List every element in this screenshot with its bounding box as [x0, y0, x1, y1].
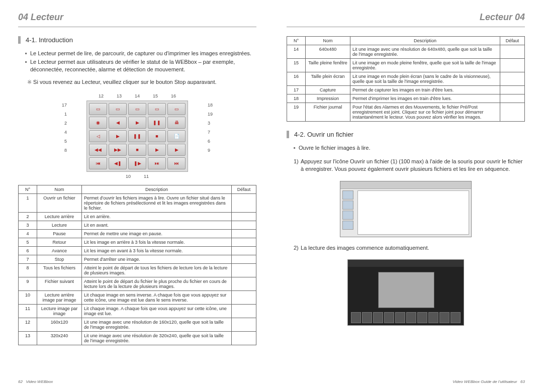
player-button[interactable]: ❚▶ [128, 157, 146, 169]
cell-desc: Lit une image avec une résolution de 160… [82, 318, 232, 332]
callout: 6 [208, 139, 213, 144]
cell-def [500, 86, 525, 94]
cell-desc: Lit en avant. [82, 221, 232, 230]
player-button[interactable]: ▶ [148, 144, 166, 156]
open-bullet: Ouvre le fichier images à lire. [294, 144, 525, 152]
table-row: 19Fichier journalPour l'état des Alarmes… [287, 103, 525, 122]
page-number: 63 [520, 379, 525, 384]
divider [287, 27, 525, 27]
footer-text: Video WEBbox Guide de l'utilisateur [452, 379, 517, 384]
cell-nom: Ouvrir un fichier [37, 194, 82, 213]
player-button[interactable]: ⏭ [167, 157, 186, 169]
cell-nom: Fichier journal [306, 103, 350, 122]
cell-desc: Lit une image en mode pleine fenêtre, qu… [350, 59, 500, 72]
callout: 4 [62, 130, 67, 135]
cell-nom: Taille plein écran [306, 72, 350, 86]
step-1: 1)Appuyez sur l'icône Ouvrir un fichier … [294, 158, 525, 173]
player-button[interactable]: ▭ [128, 103, 146, 115]
cell-n: 7 [19, 255, 37, 264]
player-button[interactable]: ▭ [109, 103, 127, 115]
table-row: 5RetourLit les image en arrière à 3 fois… [19, 238, 256, 247]
cell-desc: Lit les image en arrière à 3 fois la vit… [82, 238, 232, 247]
table-row: 16Taille plein écranLit une image en mod… [287, 72, 525, 86]
player-button[interactable]: ⏮ [89, 157, 107, 169]
cell-desc: Permet d'ouvrir les fichiers images à li… [82, 194, 232, 213]
cell-desc: Lit en arrière. [82, 213, 232, 221]
cell-n: 8 [19, 264, 37, 277]
cell-nom: 320x240 [37, 332, 82, 345]
player-button[interactable]: ◀◀ [89, 144, 107, 156]
player-button[interactable]: ❚❚ [148, 117, 166, 129]
cell-desc: Lit une image avec une résolution de 320… [82, 332, 232, 345]
player-button[interactable]: ◁ [89, 130, 107, 142]
player-button[interactable]: ▶ [167, 144, 186, 156]
footer-left: 62 Video WEBbox [18, 379, 53, 384]
table-row: 14640x480Lit une image avec une résoluti… [287, 45, 525, 59]
cell-n: 3 [19, 221, 37, 230]
player-button[interactable]: ■ [148, 130, 166, 142]
table-row: 7StopPermet d'arrêter une image. [19, 255, 256, 264]
table-row: 11Lecture image par imageLit chaque imag… [19, 305, 256, 318]
cell-desc: Lit chaque image. A chaque fois que vous… [82, 305, 232, 318]
cell-def [232, 230, 256, 238]
table-row: 17CapturePermet de capturer les images e… [287, 86, 525, 94]
cell-nom: Lecture arrière [37, 213, 82, 221]
table-row: 3LectureLit en avant. [19, 221, 256, 230]
player-button[interactable]: ▶▶ [109, 144, 127, 156]
open-steps-2: 2)La lecture des images commence automat… [287, 244, 525, 253]
callout: 15 [153, 93, 158, 99]
cell-n: 9 [19, 277, 37, 291]
cell-def [232, 291, 256, 305]
cell-def [232, 305, 256, 318]
player-button[interactable]: ▶ [128, 117, 146, 129]
player-button[interactable]: ▶ [109, 130, 127, 142]
cell-desc: Pour l'état des Alarmes et des Mouvement… [350, 103, 500, 122]
intro-bullets: Le Lecteur permet de lire, de parcourir,… [18, 50, 256, 74]
callout: 14 [135, 93, 140, 99]
table-row: 8Tous les fichiersAtteint le point de dé… [19, 264, 256, 277]
cell-def [500, 103, 525, 122]
player-button[interactable]: ▭ [167, 103, 186, 115]
callout: 17 [62, 103, 67, 108]
left-page: 04 Lecteur 4-1. Introduction Le Lecteur … [18, 12, 256, 382]
open-steps: 1)Appuyez sur l'icône Ouvrir un fichier … [287, 158, 525, 174]
cell-n: 16 [287, 72, 306, 86]
cell-n: 19 [287, 103, 306, 122]
callout: 1 [62, 112, 67, 117]
player-button[interactable]: ◀❚ [109, 157, 127, 169]
col-def: Défaut [500, 37, 525, 45]
player-button[interactable]: ◀ [109, 117, 127, 129]
player-button[interactable]: ▭ [89, 103, 107, 115]
player-button[interactable]: 📄 [167, 130, 186, 142]
chapter-header-right: Lecteur 04 [287, 12, 525, 23]
cell-n: 12 [19, 318, 37, 332]
table-row: 6AvanceLit les image en avant à 3 fois l… [19, 247, 256, 255]
player-window-screenshot [347, 259, 464, 326]
col-n: N° [19, 185, 37, 194]
callout: 12 [99, 93, 104, 99]
cell-def [500, 59, 525, 72]
table-row: 15Taille pleine fenêtreLit une image en … [287, 59, 525, 72]
player-button[interactable]: 🖶 [167, 117, 186, 129]
player-button[interactable]: ❚❚ [128, 130, 146, 142]
player-button[interactable]: ■ [128, 144, 146, 156]
cell-def [232, 264, 256, 277]
table-row: 18ImpressionPermet d'imprimer les images… [287, 94, 525, 103]
cell-nom: Tous les fichiers [37, 264, 82, 277]
table-row: 2Lecture arrièreLit en arrière. [19, 213, 256, 221]
player-button[interactable]: ▭ [148, 103, 166, 115]
cell-desc: Lit une image en mode plein écran (sans … [350, 72, 500, 86]
cell-nom: Lecture [37, 221, 82, 230]
cell-n: 4 [19, 230, 37, 238]
player-button[interactable]: ⏭ [148, 157, 166, 169]
player-button[interactable]: ◉ [89, 117, 107, 129]
cell-n: 1 [19, 194, 37, 213]
cell-def [232, 332, 256, 345]
cell-desc: Lit chaque image en sens inverse. A chaq… [82, 291, 232, 305]
cell-n: 2 [19, 213, 37, 221]
table-row: 1Ouvrir un fichierPermet d'ouvrir les fi… [19, 194, 256, 213]
cell-nom: Lecture image par image [37, 305, 82, 318]
footer-right: Video WEBbox Guide de l'utilisateur 63 [452, 379, 525, 384]
col-nom: Nom [37, 185, 82, 194]
page-number: 62 [18, 379, 23, 384]
